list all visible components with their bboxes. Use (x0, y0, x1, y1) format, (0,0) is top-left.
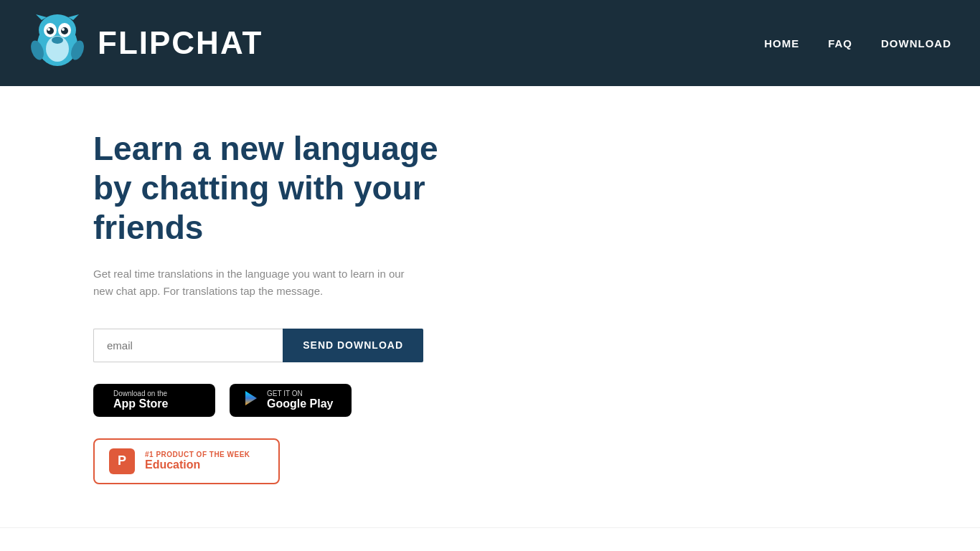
app-store-bottom-text: App Store (113, 397, 168, 410)
store-badges: Download on the App Store (93, 384, 473, 417)
app-store-badge[interactable]: Download on the App Store (93, 384, 215, 417)
svg-point-7 (47, 28, 50, 31)
svg-marker-14 (245, 391, 257, 405)
site-header: FLIPCHAT HOME FAQ DOWNLOAD (0, 0, 980, 86)
email-input[interactable] (93, 329, 283, 362)
google-play-icon (242, 390, 260, 411)
product-of-week-badge[interactable]: P #1 PRODUCT OF THE WEEK Education (93, 438, 280, 484)
google-play-top-text: GET IT ON (267, 390, 333, 397)
logo-area: FLIPCHAT (29, 14, 764, 72)
nav-download[interactable]: DOWNLOAD (881, 37, 951, 50)
hero-subtitle: Get real time translations in the langua… (93, 265, 409, 300)
product-badge-text: #1 PRODUCT OF THE WEEK Education (145, 451, 250, 471)
logo-mascot (29, 14, 86, 72)
logo-text: FLIPCHAT (98, 25, 263, 61)
bottom-section: Learn a new language by chatting with yo… (0, 527, 980, 551)
nav-home[interactable]: HOME (764, 37, 799, 50)
product-badge-bottom-text: Education (145, 458, 250, 471)
hero-section: Learn a new language by chatting with yo… (0, 86, 502, 513)
send-download-button[interactable]: SEND DOWNLOAD (283, 329, 423, 362)
google-play-bottom-text: Google Play (267, 397, 333, 410)
hero-title: Learn a new language by chatting with yo… (93, 129, 473, 248)
google-play-badge[interactable]: GET IT ON Google Play (230, 384, 352, 417)
google-play-text: GET IT ON Google Play (267, 390, 333, 410)
svg-point-9 (52, 37, 63, 44)
app-store-top-text: Download on the (113, 390, 168, 397)
app-store-text: Download on the App Store (113, 390, 168, 410)
product-badge-icon: P (109, 448, 135, 474)
nav-faq[interactable]: FAQ (828, 37, 852, 50)
email-form: SEND DOWNLOAD (93, 329, 423, 362)
main-nav: HOME FAQ DOWNLOAD (764, 37, 951, 50)
product-badge-top-text: #1 PRODUCT OF THE WEEK (145, 451, 250, 458)
svg-point-6 (61, 27, 68, 34)
svg-point-8 (62, 28, 65, 31)
svg-point-5 (47, 27, 54, 34)
